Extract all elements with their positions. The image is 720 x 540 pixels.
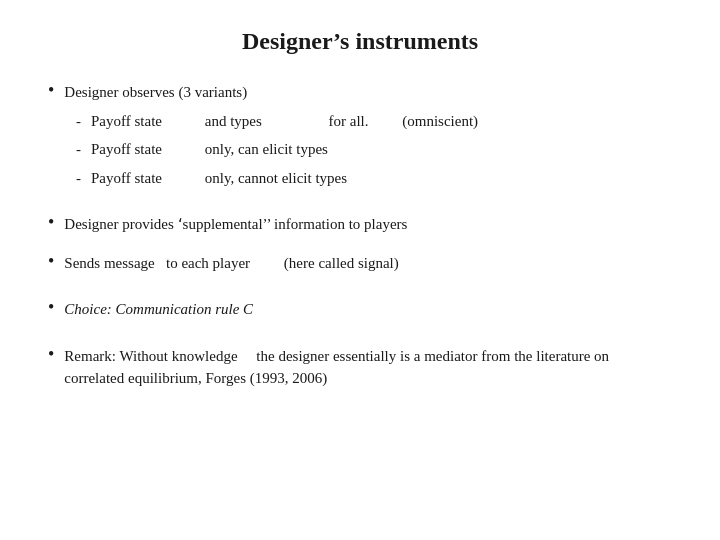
bullet-item-2: • Designer provides ʻsupplemental’’ info… [48,213,672,236]
payoff-state-2: Payoff state [91,138,201,161]
sub-item-1-1: - Payoff state and types for all. (omnis… [76,110,672,133]
signal-text: (here called signal) [284,255,399,271]
sub-bullets-1: - Payoff state and types for all. (omnis… [76,110,672,190]
bullet-text-2: Designer provides ʻsupplemental’’ inform… [64,213,407,236]
sub-dash-1-3: - [76,170,81,187]
bullet-2: • Designer provides ʻsupplemental’’ info… [48,213,672,242]
bullet-1: • Designer observes (3 variants) - Payof… [48,81,672,195]
sub-item-1-2: - Payoff state only, can elicit types [76,138,672,161]
bullet-dot-2: • [48,212,54,233]
bullet-item-1: • Designer observes (3 variants) [48,81,672,104]
sub-text-1-3: Payoff state only, cannot elicit types [91,167,347,190]
only-can-elicit: only, can elicit types [205,138,328,161]
slide-title: Designer’s instruments [48,28,672,55]
sub-dash-1-1: - [76,113,81,130]
sub-dash-1-2: - [76,141,81,158]
payoff-state-1: Payoff state [91,110,201,133]
bullet-3: • Sends message to each player (here cal… [48,252,672,281]
bullet-dot-5: • [48,344,54,365]
sub-text-1-1: Payoff state and types for all. (omnisci… [91,110,478,133]
for-all-1: for all. [329,110,399,133]
sub-item-1-3: - Payoff state only, cannot elicit types [76,167,672,190]
bullet-dot-4: • [48,297,54,318]
bullet-dot-1: • [48,80,54,101]
slide: Designer’s instruments • Designer observ… [0,0,720,540]
and-types-1: and types [205,110,325,133]
bullet-5: • Remark: Without knowledge the designer… [48,345,672,396]
bullet-text-4: Choice: Communication rule C [64,298,253,321]
remark-part1: Remark: Without knowledge the designer e… [64,348,609,387]
bullet-item-3: • Sends message to each player (here cal… [48,252,672,275]
bullet-text-1: Designer observes (3 variants) [64,81,247,104]
bullet-text-3: Sends message to each player (here calle… [64,252,398,275]
payoff-state-3: Payoff state [91,167,201,190]
bullet-item-5: • Remark: Without knowledge the designer… [48,345,672,390]
sub-text-1-2: Payoff state only, can elicit types [91,138,328,161]
bullet-dot-3: • [48,251,54,272]
bullet-item-4: • Choice: Communication rule C [48,298,672,321]
only-cannot-elicit: only, cannot elicit types [205,167,347,190]
omniscient-1: (omniscient) [402,110,478,133]
bullet-text-5: Remark: Without knowledge the designer e… [64,345,672,390]
sends-message-text: Sends message to each player [64,255,280,271]
bullet-4: • Choice: Communication rule C [48,298,672,327]
